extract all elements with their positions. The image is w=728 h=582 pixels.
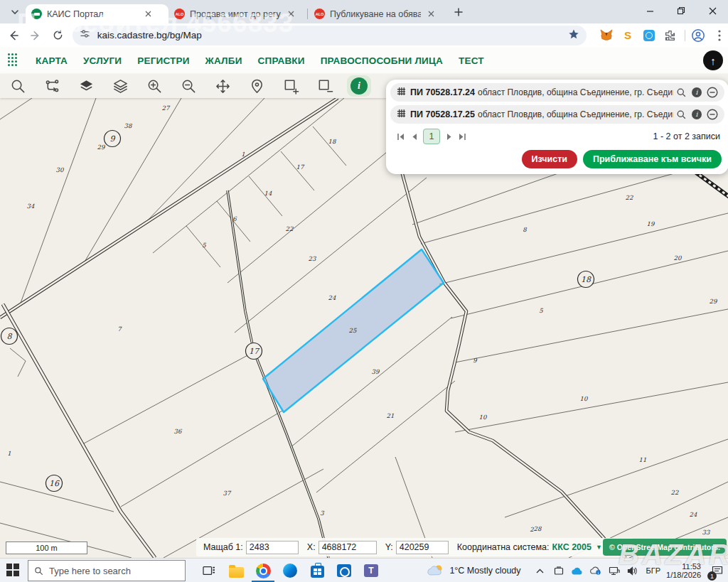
- map-parcel-number: 38: [124, 122, 132, 129]
- y-input[interactable]: [396, 541, 449, 554]
- window-minimize-button[interactable]: [634, 0, 665, 21]
- zoom-out-tool-button[interactable]: [176, 75, 200, 97]
- map-parcel-number: 1: [241, 151, 245, 158]
- tray-window-icon[interactable]: [551, 563, 567, 578]
- parcel-boundary-line: [505, 439, 728, 517]
- result-row-0[interactable]: ПИ 70528.17.24област Пловдив, община Съе…: [390, 83, 724, 102]
- extensions-puzzle-icon[interactable]: [662, 27, 679, 44]
- file-explorer-icon[interactable]: [223, 559, 250, 582]
- browser-menu-icon[interactable]: [711, 27, 728, 44]
- tab-close-icon[interactable]: [142, 9, 154, 20]
- nav-item-регистри[interactable]: РЕГИСТРИ: [137, 55, 189, 66]
- browser-tab-0[interactable]: КАИС Портал: [26, 4, 168, 23]
- marker-tool-button[interactable]: [245, 75, 269, 97]
- notification-center-button[interactable]: 1: [707, 559, 728, 582]
- scroll-top-button[interactable]: ↑: [703, 50, 723, 70]
- x-input[interactable]: [318, 541, 377, 554]
- weather-icon: [427, 564, 444, 577]
- browser-tab-strip: КАИС ПорталALOПродава имот до регулация …: [0, 0, 728, 23]
- last-page-button[interactable]: [456, 131, 469, 142]
- osm-attribution[interactable]: © OpenStreetMap contributors.: [603, 539, 727, 556]
- row-info-icon[interactable]: i: [689, 107, 705, 122]
- edge-icon[interactable]: [277, 559, 304, 582]
- address-bar[interactable]: kais.cadastre.bg/bg/Map: [73, 26, 587, 45]
- search-tool-button[interactable]: [6, 75, 30, 97]
- map-parcel-number: 22: [626, 194, 633, 201]
- window-restore-button[interactable]: [665, 0, 697, 21]
- tab-close-icon[interactable]: [285, 9, 296, 20]
- apps-grid-icon[interactable]: [6, 52, 20, 69]
- map-parcel-number: 6: [232, 215, 237, 222]
- microsoft-store-icon[interactable]: [304, 559, 331, 582]
- scale-input[interactable]: [246, 541, 299, 554]
- clear-button[interactable]: Изчисти: [522, 150, 577, 168]
- zoom-in-icon: [146, 78, 163, 95]
- crs-dropdown-icon[interactable]: ▼: [596, 544, 602, 551]
- new-tab-button[interactable]: [449, 3, 468, 21]
- cloud-info-icon[interactable]: i: [588, 563, 604, 578]
- network-icon[interactable]: [606, 563, 622, 578]
- profile-avatar[interactable]: [690, 27, 707, 44]
- nav-item-услуги[interactable]: УСЛУГИ: [83, 55, 122, 66]
- first-page-button[interactable]: [395, 131, 407, 142]
- metamask-extension-icon[interactable]: [598, 27, 615, 44]
- layers-dark-tool-button[interactable]: [74, 75, 98, 97]
- onedrive-icon[interactable]: [569, 563, 585, 578]
- prev-page-button[interactable]: [407, 131, 420, 142]
- crs-value[interactable]: ККС 2005: [552, 542, 592, 552]
- map-scale-bar: 100 m: [6, 541, 87, 554]
- current-page[interactable]: 1: [423, 129, 440, 144]
- layers-tool-button[interactable]: [108, 75, 132, 97]
- tab-search-chevron-icon[interactable]: [6, 3, 24, 21]
- zoom-in-tool-button[interactable]: [142, 75, 166, 97]
- browser-tab-1[interactable]: ALOПродава имот до регулация в: [168, 4, 306, 23]
- weather-widget[interactable]: 1°C Mostly cloudy: [427, 564, 520, 577]
- tab-close-icon[interactable]: [425, 9, 437, 20]
- taskbar-search-input[interactable]: Type here to search: [28, 560, 186, 581]
- rect-plus-icon: [283, 78, 299, 95]
- row-zoom-icon[interactable]: [673, 85, 689, 100]
- route-tool-button[interactable]: [40, 75, 64, 97]
- language-indicator[interactable]: БГР: [646, 566, 661, 575]
- windows-start-button[interactable]: [6, 564, 21, 578]
- back-button[interactable]: [4, 26, 22, 45]
- outlook-icon[interactable]: [331, 559, 358, 582]
- toolbar-divider: [685, 30, 685, 41]
- row-remove-icon[interactable]: [705, 85, 720, 100]
- parcel-boundary-line: [0, 98, 32, 119]
- route-icon: [44, 78, 60, 95]
- window-close-button[interactable]: [697, 0, 728, 21]
- volume-icon[interactable]: [625, 563, 641, 578]
- tray-expand-icon[interactable]: [532, 563, 548, 578]
- taskbar-clock[interactable]: 11:53 1/18/2026: [666, 562, 701, 579]
- info-tool-button-active[interactable]: i: [347, 75, 371, 97]
- window-controls: [634, 0, 728, 23]
- result-row-1[interactable]: ПИ 70528.17.25област Пловдив, община Съе…: [390, 105, 724, 124]
- next-page-button[interactable]: [443, 131, 456, 142]
- blue-extension-icon[interactable]: [641, 27, 658, 44]
- nav-item-тест[interactable]: ТЕСТ: [459, 55, 484, 66]
- nav-item-карта[interactable]: КАРТА: [36, 55, 68, 66]
- task-view-button[interactable]: [196, 559, 223, 582]
- reload-button[interactable]: [49, 26, 67, 45]
- row-zoom-icon[interactable]: [673, 107, 689, 122]
- row-remove-icon[interactable]: [705, 107, 720, 122]
- nav-item-правоспособни-лица[interactable]: ПРАВОСПОСОБНИ ЛИЦА: [321, 55, 443, 66]
- rect-minus-tool-button[interactable]: [313, 75, 337, 97]
- teams-icon[interactable]: T: [358, 559, 385, 582]
- map-parcel-number: 21: [387, 412, 395, 419]
- browser-tab-2[interactable]: ALOПубликуване на обява - Прод: [309, 4, 446, 23]
- pan-tool-button[interactable]: [210, 75, 235, 97]
- rect-plus-tool-button[interactable]: [279, 75, 303, 97]
- zoom-to-all-button[interactable]: Приближаване към всички: [583, 150, 722, 168]
- forward-button[interactable]: [26, 26, 44, 45]
- bookmark-star-icon[interactable]: [568, 28, 579, 43]
- site-info-icon[interactable]: [80, 28, 90, 42]
- nav-item-жалби[interactable]: ЖАЛБИ: [205, 55, 242, 66]
- chrome-icon[interactable]: [250, 559, 277, 582]
- row-info-icon[interactable]: i: [689, 85, 705, 100]
- nav-item-справки[interactable]: СПРАВКИ: [258, 55, 305, 66]
- taskbar-search-icon: [34, 566, 43, 576]
- s-extension-icon[interactable]: S: [619, 27, 636, 44]
- info-icon: i: [350, 77, 368, 95]
